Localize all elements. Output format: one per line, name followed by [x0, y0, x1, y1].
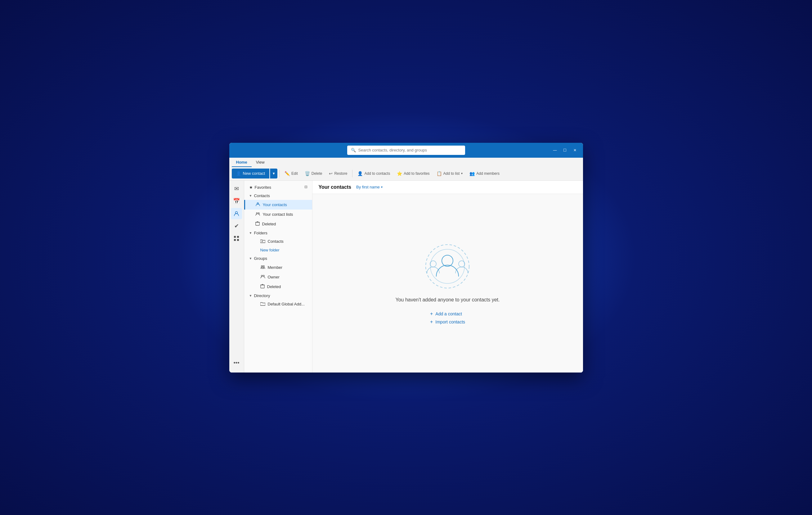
- app-window: 🔍 — ☐ ✕ Home View 👤 New contact ▾ ✏️ Edi…: [229, 143, 583, 373]
- nav-item-owner[interactable]: Owner: [244, 272, 312, 282]
- global-add-icon: [260, 302, 265, 307]
- collapse-nav-button[interactable]: ⊟: [302, 183, 310, 191]
- favorites-section[interactable]: ★ Favorites: [244, 183, 312, 192]
- contacts-section-label: Contacts: [254, 193, 270, 198]
- edit-label: Edit: [291, 171, 298, 176]
- svg-rect-4: [237, 239, 239, 241]
- import-contacts-plus-icon: +: [430, 319, 433, 325]
- add-list-icon: 📋: [437, 171, 442, 176]
- folder-contacts-label: Contacts: [268, 239, 284, 244]
- groups-deleted-label: Deleted: [267, 284, 281, 289]
- svg-point-9: [262, 241, 262, 242]
- tab-home[interactable]: Home: [232, 158, 252, 167]
- sidebar-icon-contacts[interactable]: [231, 208, 242, 219]
- nav-item-deleted[interactable]: Deleted: [244, 219, 312, 229]
- nav-item-your-contacts[interactable]: Your contacts: [244, 200, 312, 209]
- nav-item-global-add[interactable]: Default Global Add...: [244, 300, 312, 309]
- deleted-label: Deleted: [262, 222, 276, 226]
- sidebar-icon-tasks[interactable]: ✔: [231, 221, 242, 232]
- sort-button[interactable]: By first name ▾: [356, 185, 383, 189]
- ribbon-divider-1: [279, 170, 280, 177]
- nav-item-groups-deleted[interactable]: Deleted: [244, 282, 312, 291]
- svg-point-18: [430, 261, 436, 267]
- svg-rect-2: [237, 236, 239, 238]
- nav-item-member[interactable]: Member: [244, 263, 312, 272]
- folders-section-label: Folders: [254, 231, 267, 235]
- ribbon-tab-bar: Home View: [229, 158, 583, 167]
- restore-button[interactable]: ↩ Restore: [326, 169, 350, 178]
- contact-lists-label: Your contact lists: [263, 212, 293, 217]
- new-contact-dropdown-button[interactable]: ▾: [270, 169, 278, 178]
- nav-item-new-folder[interactable]: New folder: [244, 246, 312, 254]
- content-header: Your contacts By first name ▾: [313, 181, 583, 194]
- add-members-button[interactable]: 👥 Add members: [466, 169, 503, 178]
- sidebar-more-button[interactable]: •••: [231, 357, 242, 369]
- svg-point-11: [263, 265, 264, 267]
- add-members-icon: 👥: [469, 171, 475, 176]
- add-contact-link[interactable]: + Add a contact: [430, 311, 465, 317]
- groups-deleted-icon: [260, 284, 265, 290]
- member-icon: [260, 264, 265, 270]
- titlebar: 🔍 — ☐ ✕: [229, 143, 583, 158]
- sidebar-icon-mail[interactable]: ✉: [231, 183, 242, 194]
- svg-rect-14: [261, 285, 264, 288]
- ribbon-divider-2: [352, 170, 352, 177]
- contacts-chevron-icon: ▼: [249, 194, 252, 197]
- add-to-favorites-button[interactable]: ⭐ Add to favorites: [394, 169, 433, 178]
- tab-view[interactable]: View: [252, 158, 269, 167]
- svg-point-7: [258, 212, 259, 214]
- add-to-list-label: Add to list: [443, 171, 460, 176]
- main-area: ✉ 📅 ✔ ••• ⊟ ★ Favorites: [229, 181, 583, 373]
- search-icon: 🔍: [351, 148, 356, 152]
- new-contact-icon: 👤: [236, 171, 241, 176]
- svg-point-12: [261, 275, 262, 276]
- ribbon: Home View 👤 New contact ▾ ✏️ Edit 🗑️ Del…: [229, 158, 583, 181]
- edit-button[interactable]: ✏️ Edit: [282, 169, 301, 178]
- contact-lists-icon: [255, 211, 260, 217]
- add-contact-plus-icon: +: [430, 311, 433, 317]
- search-bar[interactable]: 🔍: [347, 146, 465, 155]
- empty-actions: + Add a contact + Import contacts: [430, 311, 465, 325]
- search-input[interactable]: [358, 148, 461, 152]
- svg-point-17: [442, 255, 453, 266]
- folder-contacts-icon: [260, 239, 265, 244]
- favorites-label: Favorites: [255, 185, 271, 190]
- svg-point-13: [263, 275, 264, 276]
- nav-panel: ⊟ ★ Favorites ▼ Contacts Your contacts: [244, 181, 313, 373]
- nav-item-contact-lists[interactable]: Your contact lists: [244, 209, 312, 219]
- folders-section-header[interactable]: ▼ Folders: [244, 229, 312, 237]
- add-to-contacts-button[interactable]: 👤 Add to contacts: [354, 169, 393, 178]
- directory-section-header[interactable]: ▼ Directory: [244, 291, 312, 300]
- new-folder-label: New folder: [260, 248, 280, 252]
- import-contacts-label: Import contacts: [435, 319, 465, 324]
- maximize-button[interactable]: ☐: [561, 146, 569, 154]
- add-favorites-icon: ⭐: [397, 171, 402, 176]
- close-button[interactable]: ✕: [571, 146, 579, 154]
- sort-chevron-icon: ▾: [381, 185, 383, 189]
- directory-section-label: Directory: [254, 293, 270, 298]
- delete-icon: 🗑️: [305, 171, 310, 176]
- groups-section-header[interactable]: ▼ Groups: [244, 254, 312, 263]
- content-panel: Your contacts By first name ▾: [313, 181, 583, 373]
- folders-chevron-icon: ▼: [249, 231, 252, 235]
- add-members-label: Add members: [476, 171, 499, 176]
- your-contacts-icon: [255, 202, 260, 208]
- groups-section-label: Groups: [254, 256, 267, 261]
- nav-item-folder-contacts[interactable]: Contacts: [244, 237, 312, 246]
- minimize-button[interactable]: —: [551, 146, 559, 154]
- svg-rect-1: [234, 236, 236, 238]
- new-contact-button[interactable]: 👤 New contact: [232, 169, 270, 178]
- sidebar-icon-apps[interactable]: [231, 233, 242, 244]
- delete-button[interactable]: 🗑️ Delete: [301, 169, 325, 178]
- contacts-section-header[interactable]: ▼ Contacts: [244, 192, 312, 200]
- window-controls: — ☐ ✕: [551, 146, 579, 154]
- add-contacts-icon: 👤: [357, 171, 363, 176]
- sidebar-icons: ✉ 📅 ✔ •••: [229, 181, 244, 373]
- sidebar-icon-calendar[interactable]: 📅: [231, 196, 242, 207]
- add-to-contacts-label: Add to contacts: [364, 171, 390, 176]
- add-to-list-chevron: ▾: [461, 172, 463, 175]
- add-to-list-button[interactable]: 📋 Add to list ▾: [433, 169, 466, 178]
- import-contacts-link[interactable]: + Import contacts: [430, 319, 465, 325]
- owner-label: Owner: [268, 275, 280, 279]
- sort-label: By first name: [356, 185, 380, 189]
